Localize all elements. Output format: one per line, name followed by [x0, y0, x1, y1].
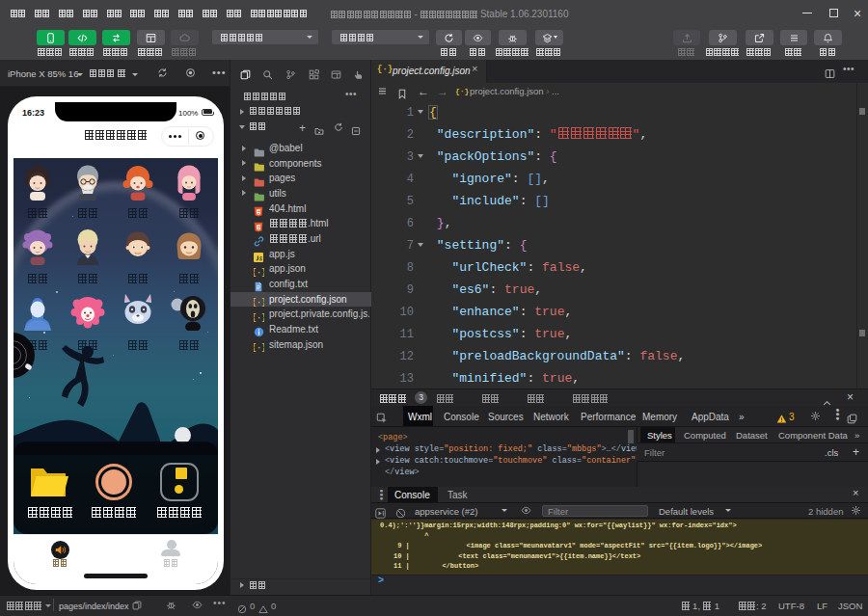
- svg-text:{·}: {·}: [254, 268, 264, 278]
- svg-text:{·}: {·}: [254, 313, 264, 323]
- svg-text:{·}: {·}: [254, 343, 264, 353]
- svg-text:{·}: {·}: [254, 298, 264, 308]
